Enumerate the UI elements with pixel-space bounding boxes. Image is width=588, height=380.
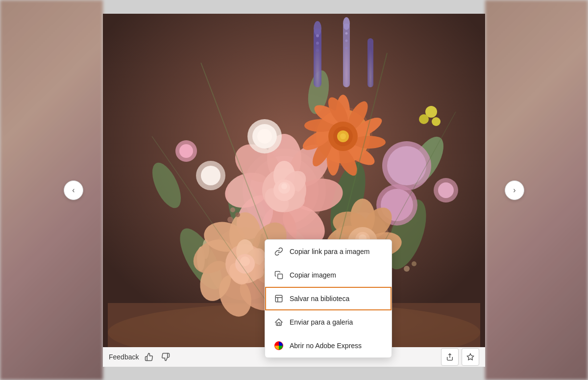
menu-item-copy-image-label: Copiar imagem xyxy=(290,271,336,279)
save-library-icon xyxy=(274,294,284,304)
svg-point-20 xyxy=(316,34,319,37)
svg-point-24 xyxy=(345,39,348,42)
menu-item-save-library[interactable]: Salvar na biblioteca xyxy=(265,287,392,310)
menu-item-send-gallery[interactable]: Enviar para a galeria xyxy=(265,310,392,334)
image-wrapper: Feedback xyxy=(103,14,485,367)
svg-point-102 xyxy=(227,217,233,223)
context-menu: Copiar link para a imagem Copiar imagem xyxy=(265,239,392,358)
svg-point-22 xyxy=(316,49,319,52)
action-buttons xyxy=(441,348,479,366)
link-icon xyxy=(274,247,284,256)
svg-point-89 xyxy=(201,166,220,185)
svg-point-27 xyxy=(419,114,429,124)
menu-item-copy-link[interactable]: Copiar link para a imagem xyxy=(265,240,392,263)
svg-point-23 xyxy=(345,32,348,34)
svg-point-110 xyxy=(438,182,454,198)
svg-point-104 xyxy=(230,207,235,212)
left-side-panel xyxy=(0,0,103,380)
svg-marker-116 xyxy=(467,354,473,360)
thumbs-down-icon xyxy=(161,353,170,361)
svg-point-103 xyxy=(235,212,240,217)
svg-rect-117 xyxy=(278,274,283,279)
svg-point-108 xyxy=(179,144,193,158)
favorite-button[interactable] xyxy=(462,348,479,366)
thumbs-up-icon xyxy=(145,353,153,361)
svg-point-87 xyxy=(257,129,272,144)
adobe-express-icon xyxy=(274,341,284,351)
svg-point-62 xyxy=(240,256,250,266)
thumbs-up-button[interactable] xyxy=(143,351,155,363)
thumbs-down-button[interactable] xyxy=(159,351,172,363)
svg-point-21 xyxy=(316,42,319,45)
star-icon xyxy=(466,353,474,361)
feedback-section: Feedback xyxy=(109,351,172,363)
feedback-label: Feedback xyxy=(109,353,139,361)
menu-item-adobe-express[interactable]: Abrir no Adobe Express xyxy=(265,334,392,357)
svg-rect-19 xyxy=(368,38,373,87)
svg-point-80 xyxy=(340,133,346,139)
svg-point-105 xyxy=(404,266,410,272)
viewer-container: ‹ xyxy=(0,0,588,380)
svg-point-16 xyxy=(314,21,321,36)
prev-icon: ‹ xyxy=(72,186,74,195)
copy-image-icon xyxy=(274,270,284,280)
svg-point-28 xyxy=(432,117,441,126)
svg-point-106 xyxy=(412,261,416,266)
prev-button[interactable]: ‹ xyxy=(64,180,83,200)
menu-item-copy-image[interactable]: Copiar imagem xyxy=(265,263,392,287)
next-icon: › xyxy=(513,186,515,195)
svg-point-18 xyxy=(343,17,350,30)
right-side-panel xyxy=(485,0,588,380)
next-button[interactable]: › xyxy=(505,180,524,200)
menu-item-copy-link-label: Copiar link para a imagem xyxy=(290,248,369,255)
svg-point-25 xyxy=(345,47,348,49)
svg-point-46 xyxy=(281,183,287,189)
share-button[interactable] xyxy=(441,348,459,366)
share-icon xyxy=(446,353,454,361)
svg-rect-118 xyxy=(275,295,282,302)
menu-item-adobe-express-label: Abrir no Adobe Express xyxy=(290,342,362,350)
menu-item-save-library-label: Salvar na biblioteca xyxy=(290,295,349,303)
send-gallery-icon xyxy=(274,317,284,327)
menu-item-send-gallery-label: Enviar para a galeria xyxy=(290,318,353,326)
svg-point-82 xyxy=(387,146,426,185)
